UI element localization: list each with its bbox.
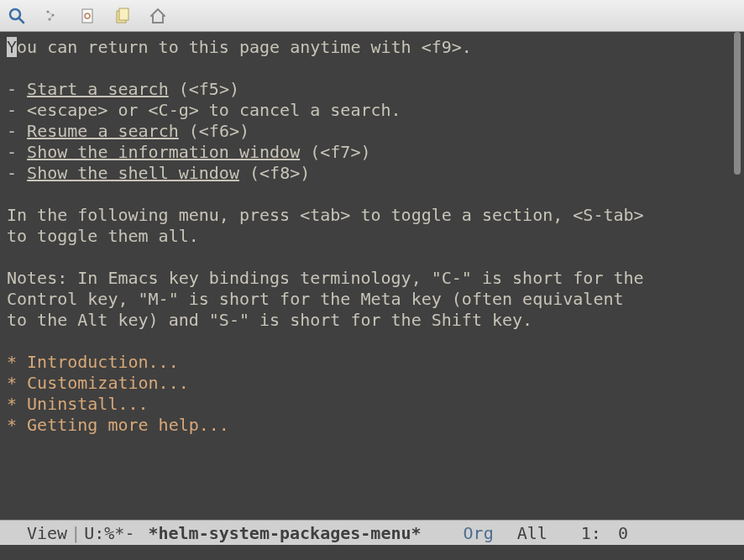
heading-customization[interactable]: * Customization... [7,373,189,393]
link-start-search[interactable]: Start a search [27,79,169,99]
scrollbar-thumb[interactable] [734,32,741,175]
svg-rect-8 [119,8,128,20]
text-line: Control key, "M-" is short for the Meta … [7,289,624,309]
link-info-window[interactable]: Show the information window [27,142,300,162]
search-icon[interactable] [7,6,27,26]
text-line: In the following menu, press <tab> to to… [7,205,644,225]
heading-introduction[interactable]: * Introduction... [7,352,179,372]
scrollbar[interactable] [731,32,744,520]
svg-line-1 [19,18,24,23]
modeline-separator: | [71,523,81,543]
modeline-major-mode: Org [464,523,494,543]
modeline-buffer-name: *helm-system-packages-menu* [148,523,421,543]
toolbar [0,0,744,32]
heading-getting-help[interactable]: * Getting more help... [7,415,229,435]
text-suffix: (<f6>) [179,121,249,141]
modeline-view: View [27,523,67,543]
cursor: Y [7,37,17,57]
text-line: ou can return to this page anytime with … [17,37,472,57]
text-suffix: (<f5>) [169,79,239,99]
modeline: View | U:%*- *helm-system-packages-menu*… [0,520,744,545]
modeline-column: 0 [618,523,628,543]
text-line: to the Alt key) and "S-" is short for th… [7,310,532,330]
svg-rect-5 [82,9,92,23]
bullet: - [7,79,27,99]
bullet: - [7,121,27,141]
repeat-icon[interactable] [42,6,62,26]
editor-area: You can return to this page anytime with… [0,32,744,520]
link-shell-window[interactable]: Show the shell window [27,163,239,183]
modeline-scroll-position: All [517,523,548,543]
text-suffix: (<f7>) [300,142,370,162]
bullet: - [7,163,27,183]
heading-uninstall[interactable]: * Uninstall... [7,394,149,414]
home-icon[interactable] [148,6,168,26]
text-line: - <escape> or <C-g> to cancel a search. [7,100,401,120]
text-suffix: (<f8>) [239,163,310,183]
bullet: - [7,142,27,162]
link-resume-search[interactable]: Resume a search [27,121,179,141]
text-line: to toggle them all. [7,226,199,246]
document-icon[interactable] [77,6,97,26]
copy-icon[interactable] [113,6,133,26]
modeline-line: 1: [581,523,601,543]
text-line: Notes: In Emacs key bindings terminology… [7,268,644,288]
minibuffer[interactable] [0,545,744,560]
buffer-content[interactable]: You can return to this page anytime with… [0,32,731,520]
modeline-status: U:%*- [84,523,134,543]
